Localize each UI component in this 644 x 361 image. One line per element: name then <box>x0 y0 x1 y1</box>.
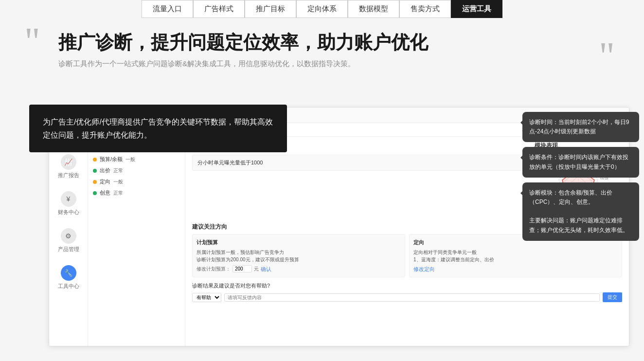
modify-unit: 元 <box>254 265 259 272</box>
nav-item-promo-target[interactable]: 推广目标 <box>245 0 296 18</box>
diag-status-creative: 正常 <box>113 190 123 197</box>
diag-row-budget: 预算/余额 一般 <box>93 154 180 165</box>
sidebar-item-finance[interactable]: ¥ 财务中心 <box>49 186 88 221</box>
black-box-description: 为广告主/优化师/代理商提供广告竞争的关键环节数据，帮助其高效定位问题，提升账户… <box>29 105 287 152</box>
feedback-question: 诊断结果及建议是否对您有帮助? <box>192 282 622 289</box>
diag-row-creative: 创意 正常 <box>93 187 180 199</box>
feedback-input[interactable] <box>224 293 600 302</box>
nav-item-selling[interactable]: 售卖方式 <box>399 0 451 18</box>
modify-targeting-link[interactable]: 修改定向 <box>413 266 435 272</box>
quote-section: " 推广诊断，提升问题定位效率，助力账户优化 诊断工具作为一个一站式账户问题诊断… <box>29 27 615 70</box>
tooltip-boxes: 诊断时间：当前时刻前2个小时，每日9点-24点小时级别更新数据 诊断条件：诊断时… <box>522 112 639 241</box>
left-panel: 整体诊断结果 预算/余额 一般 出价 正常 定向 一般 <box>88 137 185 346</box>
modify-confirm-link[interactable]: 确认 <box>261 265 271 273</box>
sidebar-label-report: 推广报告 <box>58 172 79 179</box>
diag-label-targeting: 定向 <box>100 178 110 185</box>
nav-item-ad-style[interactable]: 广告样式 <box>193 0 245 18</box>
quote-mark-left: " <box>24 22 40 61</box>
nav-item-traffic[interactable]: 流量入口 <box>142 0 193 18</box>
dot-targeting <box>93 180 97 184</box>
feedback-section: 诊断结果及建议是否对您有帮助? 有帮助 没帮助 提交 <box>192 282 622 302</box>
issue-box: 分小时单元曝光量低于1000 <box>192 155 530 171</box>
issue-area: 分小时单元曝光量低于1000 <box>192 155 530 218</box>
diag-row-targeting: 定向 一般 <box>93 176 180 187</box>
suggestion-card-budget-title: 计划预算 <box>197 238 401 247</box>
nav-item-data-model[interactable]: 数据模型 <box>348 0 399 18</box>
suggestion-desc2-targeting: 1、蓝海度：建议调整当前定向、出价 <box>413 256 618 263</box>
top-navigation: 流量入口 广告样式 推广目标 定向体系 数据模型 售卖方式 运营工具 <box>0 0 644 18</box>
sidebar-label-product: 产品管理 <box>58 246 79 253</box>
feedback-row: 有帮助 没帮助 提交 <box>192 292 622 302</box>
modify-row: 修改计划预算： 元 确认 <box>197 265 401 273</box>
diag-status-targeting: 一般 <box>113 179 123 185</box>
sidebar-item-tools[interactable]: 🔧 工具中心 <box>49 260 88 295</box>
dot-budget <box>93 158 97 162</box>
finance-icon: ¥ <box>61 191 76 207</box>
promo-report-icon: 📈 <box>61 154 76 170</box>
modify-label: 修改计划预算： <box>197 265 231 272</box>
modify-budget-input[interactable] <box>233 265 252 272</box>
sub-title: 诊断工具作为一个一站式账户问题诊断&解决集成工具，用信息驱动优化，以数据指导决策… <box>58 58 615 70</box>
main-title: 推广诊断，提升问题定位效率，助力账户优化 <box>58 32 615 54</box>
feedback-select[interactable]: 有帮助 没帮助 <box>192 293 221 302</box>
tools-icon: 🔧 <box>61 265 76 281</box>
tooltip-box-3: 诊断模块：包含余额/预算、出价（CPC）、定向、创意。 主要解决问题：账户问题难… <box>522 182 639 241</box>
sidebar-item-product[interactable]: ⚙ 产品管理 <box>49 223 88 258</box>
diag-label-creative: 创意 <box>100 189 110 197</box>
diag-row-bid: 出价 正常 <box>93 165 180 176</box>
nav-item-operations[interactable]: 运营工具 <box>451 0 502 18</box>
diag-label-budget: 预算/余额 <box>100 156 123 163</box>
product-icon: ⚙ <box>61 228 76 244</box>
suggestion-desc1-budget: 所属计划预算一般，预估影响广告竞争力 <box>197 249 401 256</box>
nav-item-targeting[interactable]: 定向体系 <box>296 0 348 18</box>
suggestion-desc2-budget: 诊断计划预算为200.00元，建议不限或提升预算 <box>197 256 401 263</box>
diag-label-bid: 出价 <box>100 167 110 174</box>
quote-mark-right: " <box>599 36 615 75</box>
sidebar-label-tools: 工具中心 <box>58 283 79 290</box>
suggestion-desc1-targeting: 定向相对于同类竞争单元一般 <box>413 249 618 256</box>
sidebar-item-report[interactable]: 📈 推广报告 <box>49 149 88 184</box>
diag-status-bid: 正常 <box>113 167 123 174</box>
suggestion-card-budget: 计划预算 所属计划预算一般，预估影响广告竞争力 诊断计划预算为200.00元，建… <box>192 234 405 277</box>
dot-creative <box>93 191 97 195</box>
sidebar-label-finance: 财务中心 <box>58 209 79 216</box>
tooltip-box-1: 诊断时间：当前时刻前2个小时，每日9点-24点小时级别更新数据 <box>522 112 639 142</box>
tooltip-box-2: 诊断条件：诊断时间内该账户下有效投放的单元（投放中且曝光量大于0） <box>522 147 639 177</box>
diag-status-budget: 一般 <box>125 156 135 163</box>
dot-bid <box>93 169 97 173</box>
submit-button[interactable]: 提交 <box>603 292 622 302</box>
